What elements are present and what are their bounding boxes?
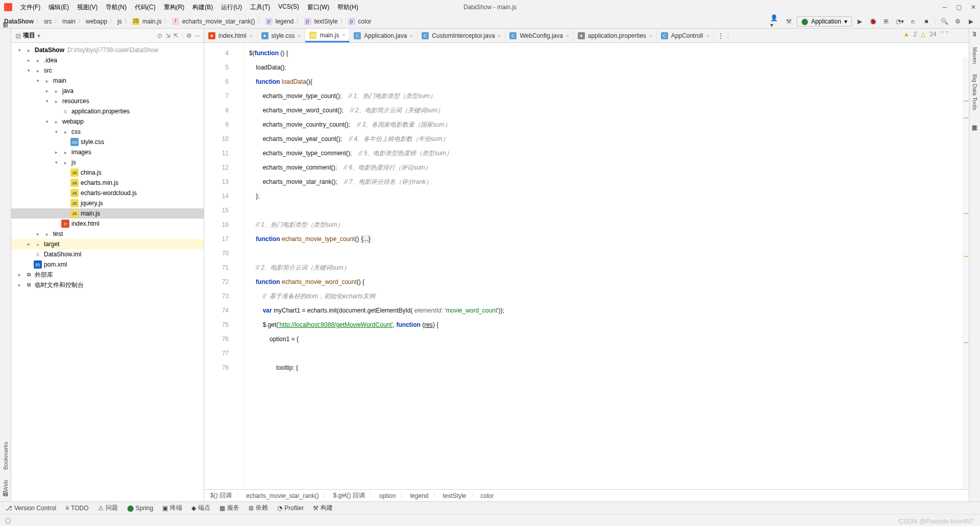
attach-icon[interactable]: ⎋: [908, 16, 918, 27]
project-tree[interactable]: ▾▸DataShowD:\rtsy\bysj\7738-code\DataSho…: [11, 43, 204, 501]
sub-crumb[interactable]: echarts_movie_star_rank(): [246, 492, 319, 499]
tree-item[interactable]: ▸▸.idea: [11, 55, 204, 65]
profile-icon[interactable]: ◔▾: [895, 16, 905, 27]
rail-maven[interactable]: Maven: [972, 47, 978, 64]
debug-icon[interactable]: 🐞: [868, 16, 878, 27]
tool-profiler[interactable]: ◔Profiler: [277, 505, 304, 512]
menu-code[interactable]: 代码(C): [132, 2, 159, 13]
tree-item[interactable]: ▾▸js: [11, 157, 204, 168]
menu-refactor[interactable]: 重构(R): [161, 2, 188, 13]
error-stripe[interactable]: [963, 57, 969, 489]
tree-item[interactable]: ▾▸resources: [11, 96, 204, 106]
run-icon[interactable]: ▶: [855, 16, 865, 27]
tree-item[interactable]: Hindex.html: [11, 219, 204, 229]
expand-all-icon[interactable]: ⇲: [165, 32, 170, 39]
tree-item[interactable]: JSjquery.js: [11, 198, 204, 208]
tree-item[interactable]: ▸▸java: [11, 86, 204, 96]
chevron-updown-icon[interactable]: ˄ ˅: [941, 31, 948, 38]
menu-view[interactable]: 视图(V): [74, 2, 101, 13]
rail-bookmarks[interactable]: Bookmarks: [3, 442, 9, 470]
editor-tab[interactable]: ●index.html×: [204, 29, 257, 42]
crumb-webapp[interactable]: webapp: [86, 18, 107, 25]
tree-item[interactable]: ▸▸images: [11, 147, 204, 157]
tabs-more[interactable]: ⋮: [714, 29, 728, 42]
tree-item[interactable]: ▸▸target: [11, 239, 204, 249]
status-icon[interactable]: ▢: [5, 517, 11, 524]
tool-spring[interactable]: ⬤Spring: [127, 505, 154, 512]
run-config-selector[interactable]: ⬤ Application ▾: [797, 16, 852, 27]
tool-problems[interactable]: ⚠问题: [98, 504, 118, 512]
tool-vcs[interactable]: ⎇Version Control: [5, 505, 56, 512]
select-opened-icon[interactable]: ⊙: [157, 32, 162, 39]
tool-endpoints[interactable]: ◆端点: [191, 504, 210, 512]
run-anything-icon[interactable]: ▶: [966, 16, 976, 27]
close-icon[interactable]: ✕: [971, 4, 976, 11]
editor-tab[interactable]: JSmain.js×: [305, 29, 350, 42]
gear-icon[interactable]: ⚙: [952, 16, 963, 27]
sub-crumb[interactable]: textStyle: [443, 492, 467, 499]
sub-crumb[interactable]: legend: [410, 492, 428, 499]
crumb-js[interactable]: js: [117, 18, 122, 25]
tree-item[interactable]: ▾▸css: [11, 127, 204, 137]
rail-bigdata[interactable]: Big Data Tools: [972, 74, 978, 110]
tool-build[interactable]: ⚒构建: [313, 504, 333, 512]
menu-edit[interactable]: 编辑(E): [45, 2, 72, 13]
search-icon[interactable]: 🔍: [939, 16, 949, 27]
rail-web[interactable]: Web: [3, 480, 9, 491]
coverage-icon[interactable]: ⛨: [881, 16, 892, 27]
editor-tab[interactable]: CApplication.java×: [350, 29, 418, 42]
rail-m-icon[interactable]: m: [972, 32, 978, 37]
editor-tab[interactable]: CCustomInterceptor.java×: [418, 29, 505, 42]
tree-item[interactable]: ⛭DataShow.iml: [11, 249, 204, 259]
minimize-icon[interactable]: ─: [942, 4, 947, 11]
collapse-all-icon[interactable]: ⇱: [174, 32, 179, 39]
menu-tools[interactable]: 工具(T): [247, 2, 273, 13]
settings-icon[interactable]: ⚙: [186, 32, 192, 39]
tree-item[interactable]: JSecharts.min.js: [11, 178, 204, 188]
tree-item[interactable]: ⛭application.properties: [11, 106, 204, 116]
sub-crumb[interactable]: $() 回调: [210, 491, 232, 500]
menu-help[interactable]: 帮助(H): [334, 2, 361, 13]
tree-item[interactable]: ▸⧉临时文件和控制台: [11, 280, 204, 290]
tree-item[interactable]: ▸▸test: [11, 229, 204, 239]
crumb-main[interactable]: main: [62, 18, 76, 25]
maximize-icon[interactable]: ▢: [956, 4, 962, 11]
menu-vcs[interactable]: VCS(S): [275, 2, 302, 13]
tree-item[interactable]: ▾▸DataShowD:\rtsy\bysj\7738-code\DataSho…: [11, 45, 204, 55]
editor-tab[interactable]: ●style.css×: [257, 29, 306, 42]
code-area[interactable]: 4567891011121314151617707172737475767778…: [204, 43, 969, 489]
crumb-fn[interactable]: echarts_movie_star_rank(): [182, 18, 255, 25]
user-icon[interactable]: 👤▾: [770, 16, 780, 27]
tool-services[interactable]: ▦服务: [219, 504, 239, 512]
sub-crumb[interactable]: $.get() 回调: [333, 491, 365, 500]
tree-item[interactable]: cssstyle.css: [11, 137, 204, 147]
menu-run[interactable]: 运行(U): [218, 2, 245, 13]
tree-item[interactable]: JSmain.js: [11, 208, 204, 219]
editor-tab[interactable]: CAppControll×: [657, 29, 714, 42]
tree-item[interactable]: ▸⧉外部库: [11, 270, 204, 280]
editor-tab[interactable]: ●application.properties×: [574, 29, 657, 42]
chevron-down-icon[interactable]: ▾: [37, 32, 40, 39]
inspection-badge[interactable]: ▲2 △24 ˄ ˅: [903, 31, 948, 38]
tree-item[interactable]: mpom.xml: [11, 259, 204, 270]
tree-item[interactable]: ▾▸src: [11, 65, 204, 76]
crumb-root[interactable]: DataShow: [4, 18, 34, 25]
tree-item[interactable]: ▾▸main: [11, 76, 204, 86]
crumb-file[interactable]: main.js: [142, 18, 162, 25]
tree-item[interactable]: ▾▸webapp: [11, 116, 204, 127]
menu-window[interactable]: 窗口(W): [304, 2, 332, 13]
fold-column[interactable]: [235, 43, 244, 489]
tree-item[interactable]: JSchina.js: [11, 168, 204, 178]
sub-crumb[interactable]: color: [481, 492, 494, 499]
crumb-color[interactable]: color: [358, 18, 372, 25]
menu-navigate[interactable]: 导航(N): [103, 2, 130, 13]
crumb-legend[interactable]: legend: [276, 18, 294, 25]
sub-crumb[interactable]: option: [379, 492, 396, 499]
editor-tab[interactable]: CWebConfig.java×: [505, 29, 573, 42]
stop-icon[interactable]: ■: [921, 16, 932, 27]
tool-terminal[interactable]: ▣终端: [162, 504, 182, 512]
menu-build[interactable]: 构建(B): [189, 2, 216, 13]
build-hammer-icon[interactable]: ⚒: [783, 16, 794, 27]
crumb-src[interactable]: src: [44, 18, 52, 25]
code-content[interactable]: $(function () { loadData(); function loa…: [244, 43, 969, 489]
